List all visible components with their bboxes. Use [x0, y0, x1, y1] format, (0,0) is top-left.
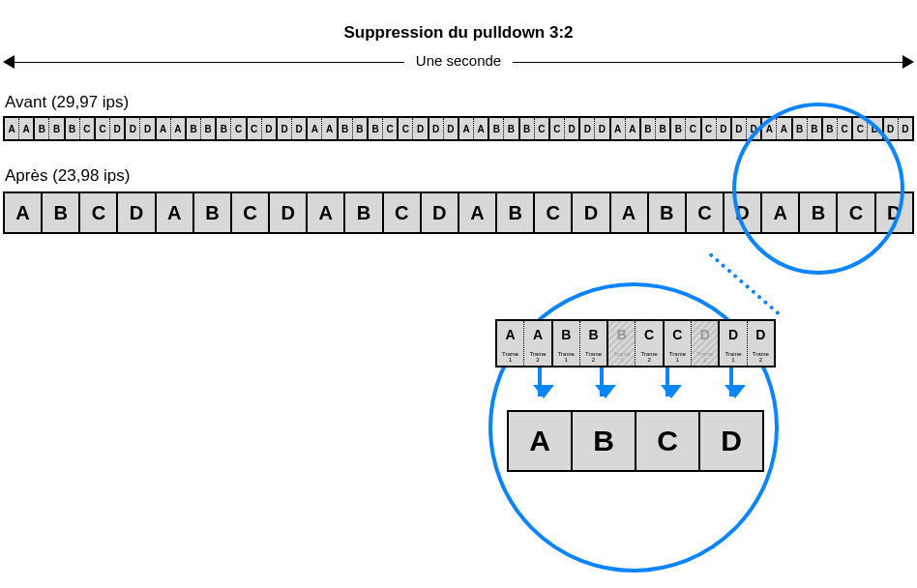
before-frame: BB [641, 118, 671, 139]
zoom-result-frame: A [509, 412, 573, 470]
before-frame: CD [248, 118, 278, 139]
before-frame: BC [823, 118, 853, 139]
after-frame: D [118, 193, 156, 232]
zoom-result-frame: B [573, 412, 636, 470]
before-frame: BC [217, 118, 247, 139]
after-frame: A [611, 193, 649, 232]
span-arrow-right [513, 62, 912, 63]
after-frame: A [762, 193, 800, 232]
before-label: Avant (29,97 ips) [5, 93, 129, 112]
zoom-arrows [495, 368, 776, 410]
zoom-field: CTrame2 [636, 321, 664, 366]
before-frame: CD [96, 118, 126, 139]
zoom-field: CTrame1 [665, 321, 692, 366]
after-frame: B [43, 193, 80, 232]
after-frame: C [232, 193, 270, 232]
after-frame: B [800, 193, 838, 232]
before-frame: DD [884, 118, 914, 139]
before-frame: BB [793, 118, 823, 139]
after-frame: B [497, 193, 535, 232]
zoom-field: BTrame1 [553, 321, 580, 366]
before-frame: CD [399, 118, 429, 139]
after-frame: D [270, 193, 308, 232]
after-label: Après (23,98 ips) [5, 166, 130, 186]
lens-connector [708, 252, 780, 315]
before-frame: AA [762, 118, 792, 139]
arrow-down-icon [538, 368, 542, 397]
before-frame: AA [308, 118, 338, 139]
after-frame: D [573, 193, 610, 232]
after-strip: ABCDABCDABCDABCDABCDABCD [3, 191, 914, 234]
before-frame: DD [580, 118, 610, 139]
zoom-field: BTrame1 [608, 321, 636, 366]
span-arrow-left [5, 62, 404, 63]
after-frame: A [157, 193, 194, 232]
span-label: Une seconde [0, 52, 917, 69]
zoom-field: ATrame2 [524, 321, 552, 366]
before-frame: DD [429, 118, 459, 139]
before-frame: BB [35, 118, 65, 139]
zoom-panel: ATrame1ATrame2BTrame1BTrame2BTrame1CTram… [495, 319, 776, 472]
diagram-title: Suppression du pulldown 3:2 [0, 23, 917, 43]
after-frame: D [725, 193, 762, 232]
zoom-result-frame: D [700, 412, 764, 470]
zoom-before-strip: ATrame1ATrame2BTrame1BTrame2BTrame1CTram… [495, 319, 776, 368]
zoom-field: DTrame2 [692, 321, 720, 366]
before-frame: BC [369, 118, 399, 139]
before-frame: DD [278, 118, 308, 139]
zoom-result-frame: C [636, 412, 700, 470]
after-frame: B [194, 193, 232, 232]
before-frame: BB [339, 118, 369, 139]
after-frame: A [5, 193, 43, 232]
after-frame: C [687, 193, 725, 232]
before-frame: BC [520, 118, 550, 139]
after-frame: D [422, 193, 459, 232]
before-frame: AA [157, 118, 187, 139]
before-frame: BB [489, 118, 519, 139]
arrow-down-icon [600, 368, 604, 397]
before-frame: CD [702, 118, 732, 139]
arrow-down-icon [729, 368, 733, 397]
after-frame: A [459, 193, 497, 232]
after-frame: C [838, 193, 875, 232]
before-frame: AA [611, 118, 641, 139]
zoom-field: DTrame2 [748, 321, 776, 366]
before-frame: CD [853, 118, 883, 139]
before-frame: AA [5, 118, 35, 139]
zoom-field: DTrame1 [720, 321, 747, 366]
after-frame: C [384, 193, 422, 232]
after-frame: C [535, 193, 573, 232]
arrow-down-icon [666, 368, 669, 397]
before-frame: CD [550, 118, 580, 139]
zoom-field: ATrame1 [497, 321, 524, 366]
before-frame: DD [126, 118, 156, 139]
after-frame: B [345, 193, 383, 232]
after-frame: B [649, 193, 687, 232]
after-frame: A [308, 193, 345, 232]
before-frame: BC [66, 118, 96, 139]
after-frame: C [80, 193, 118, 232]
after-frame: D [876, 193, 914, 232]
before-strip: AABBBCCDDDAABBBCCDDDAABBBCCDDDAABBBCCDDD… [3, 116, 914, 141]
before-frame: BB [187, 118, 217, 139]
before-frame: DD [732, 118, 762, 139]
zoom-after-strip: ABCD [507, 410, 764, 472]
before-frame: AA [459, 118, 489, 139]
zoom-field: BTrame2 [580, 321, 608, 366]
before-frame: BC [671, 118, 701, 139]
